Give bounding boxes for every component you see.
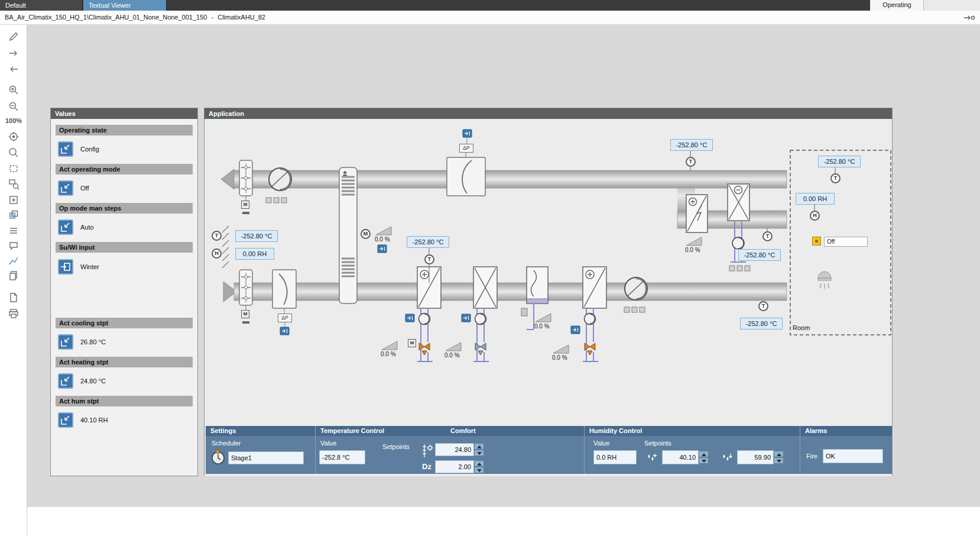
scheduler-clock-icon[interactable] [210,450,226,467]
value-label: 24.80 °C [80,373,106,389]
exhaust-temp-sensor: T [686,157,696,167]
workspace: Values Operating state Config Act operat… [27,25,980,507]
exhaust-fan[interactable] [269,168,291,190]
outside-air-damper[interactable] [239,270,252,310]
command-icon[interactable] [58,373,73,389]
command-icon[interactable] [58,141,73,157]
external-reference-icon[interactable] [571,326,580,334]
scheduler-label: Scheduler [212,440,241,447]
select-area-icon[interactable] [8,163,20,175]
pen-icon[interactable] [8,31,20,43]
exhaust-temp-reading: -252.80 °C [670,139,713,151]
zoom-out-icon[interactable] [8,101,20,112]
branch-temp-sensor: T [762,231,773,241]
print-icon[interactable] [8,308,20,319]
external-reference-icon[interactable] [280,327,289,335]
zoom-free-icon[interactable] [8,147,20,159]
command-icon[interactable] [58,334,73,350]
application-panel: Application [204,108,893,476]
value-label: 40.10 RH [80,412,108,428]
room-unit-icon[interactable] [812,237,821,246]
damper-end-switch [242,212,249,214]
plant-schematic: -252.80 °C 0.00 RH -252.80 °C -252.80 °C… [205,119,892,476]
dehumidify-setpoint-input[interactable] [737,450,774,464]
humidify-setpoint-input[interactable] [662,450,699,464]
heating-pump[interactable] [419,314,430,325]
step-back-icon[interactable] [8,63,20,75]
cooling-pump[interactable] [475,314,486,325]
operating-mode-button[interactable]: Operating [871,0,924,11]
supply-fan[interactable] [625,277,647,300]
comment-icon[interactable] [8,240,20,252]
comfort-setpoint-spinner[interactable] [474,443,484,456]
external-reference-icon[interactable] [463,130,472,137]
comfort-setpoint-input[interactable] [435,443,474,456]
tab-default[interactable]: Default [0,0,83,11]
layers-icon[interactable] [8,209,20,221]
supply-temp-reading: -252.80 °C [407,236,449,248]
humidifier-status [521,308,527,316]
humidify-setpoint-spinner[interactable] [699,451,709,464]
breadcrumb-bar: BA_Air_Climatix_150_HQ_1\Climatix_AHU_01… [0,11,980,25]
copy-icon[interactable] [8,270,20,282]
humidity-control-title: Humidity Control [589,426,642,436]
fire-status-input[interactable] [823,449,883,463]
reheating-coil[interactable] [583,267,606,308]
exhaust-air-damper[interactable] [239,160,252,201]
scheduler-input[interactable] [228,451,304,464]
lines-icon[interactable] [8,225,20,237]
deadzone-setpoint-spinner[interactable] [474,460,484,473]
detach-window-icon[interactable] [963,13,975,22]
screen: Default Textual Viewer Operating BA_Air_… [0,0,980,536]
command-icon[interactable] [58,259,73,275]
reheating-pump[interactable] [585,314,596,325]
outside-temp-reading: -252.80 °C [235,230,278,242]
value-label: 26.80 °C [80,334,106,350]
external-reference-icon[interactable] [405,314,414,322]
comfort-header: Comfort [450,426,476,436]
position-percent-label: 0.0 % [444,352,466,359]
temp-value-label: Value [320,440,336,447]
value-label: Auto [80,219,94,235]
trend-icon[interactable] [8,255,20,267]
hum-value-input[interactable] [593,450,637,464]
tab-textual-viewer[interactable]: Textual Viewer [83,0,167,11]
step-forward-icon[interactable] [8,47,20,59]
external-reference-icon[interactable] [378,245,387,253]
section-header: Operating state [56,125,193,135]
dehumidify-setpoint-spinner[interactable] [774,451,784,464]
temp-value-input[interactable] [319,450,365,464]
outside-hum-sensor: H [212,248,222,259]
zoom-area-icon[interactable] [8,178,20,190]
hrc-motor: M [361,229,371,239]
command-icon[interactable] [58,180,73,196]
extract-temp-sensor: T [758,301,768,311]
room-temp-reading: -252.80 °C [818,156,861,167]
temp-setpoints-label: Setpoints [382,443,410,450]
cooling-coil[interactable] [473,267,497,308]
command-icon[interactable] [58,412,73,428]
zoom-in-icon[interactable] [8,84,20,96]
alarms-title: Alarms [805,426,827,436]
outside-humidity-reading: 0.00 RH [235,248,274,260]
deadzone-setpoint-input[interactable] [435,460,474,473]
pan-view-icon[interactable] [8,194,20,206]
center-view-icon[interactable] [8,131,20,143]
room-hum-sensor: H [810,211,820,221]
supply-duct [223,282,787,302]
values-panel: Values Operating state Config Act operat… [50,108,198,476]
external-reference-icon[interactable] [462,314,470,322]
position-percent-label: 0.0 % [534,323,556,330]
document-icon[interactable] [8,292,20,303]
alarms-section: Alarms Fire [800,426,892,474]
command-icon[interactable] [58,219,73,235]
changeover-pump[interactable] [732,237,744,249]
heat-recovery-exchanger[interactable] [339,167,357,303]
electric-heater[interactable] [686,195,708,233]
fan-status-indicators [624,307,645,312]
zoom-level: 100% [0,117,27,124]
damper-actuator: M [241,201,249,209]
value-label: Config [80,141,99,157]
changeover-coil[interactable] [728,184,749,221]
fan-status-indicators [266,198,287,203]
